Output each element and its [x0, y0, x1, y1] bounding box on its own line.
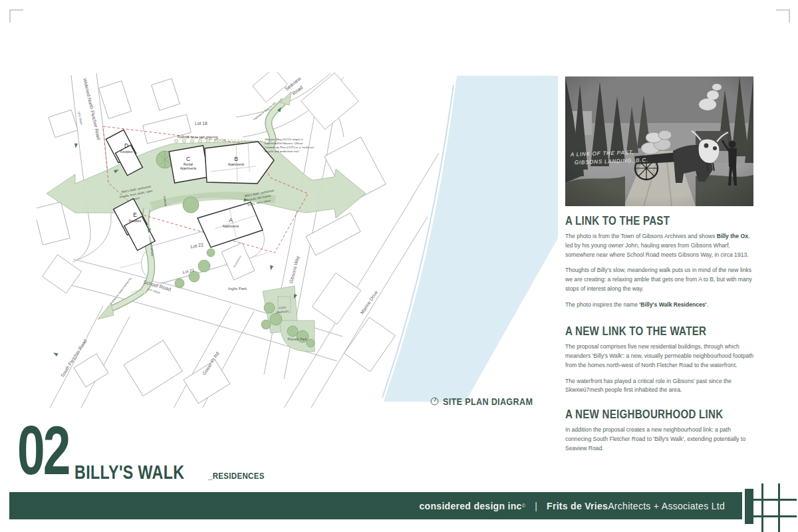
label-slope-10: 10% Slope: [77, 111, 84, 126]
paragraph: The waterfront has played a critical rol…: [565, 377, 756, 396]
paragraph: Thoughts of Billy's slow, meandering wal…: [565, 266, 756, 293]
heading-link-to-past: A LINK TO THE PAST: [565, 214, 670, 228]
label-lot18: Lot 18: [195, 121, 207, 126]
crop-mark-top-left: [9, 9, 23, 23]
heading-neighbourhood-link: A NEW NEIGHBOURHOOD LINK: [565, 408, 723, 422]
footer-copyright-mark: ©: [522, 503, 525, 508]
heading-link-to-water: A NEW LINK TO THE WATER: [565, 325, 706, 338]
label-building-c-sub2: Apartments: [180, 167, 197, 170]
historic-photo: A LINK OF THE PAST, GIBSONS LANDING, B.C…: [565, 76, 753, 206]
note-path-widening: Potential future path widening: [178, 136, 218, 139]
footer-studio: considered design inc: [420, 501, 522, 511]
paragraph: The photo is from the Town of Gibsons Ar…: [565, 232, 756, 259]
label-building-c: C: [186, 156, 190, 162]
paragraph-text: The proposal comprises five new resident…: [565, 343, 753, 368]
site-plan-caption-text: SITE PLAN DIAGRAM: [443, 396, 533, 407]
label-building-a-sub: Apartments: [223, 225, 239, 228]
label-marine-drive: Marine Drive: [359, 289, 379, 315]
paragraph-text: The photo inspires the name: [565, 301, 639, 308]
sheet-title-suffix: _RESIDENCES: [208, 471, 265, 481]
label-building-b-sub: Apartments: [228, 163, 245, 166]
label-building-b: B: [234, 156, 238, 162]
paragraph: The proposal comprises five new resident…: [565, 342, 756, 370]
label-building-a: A: [229, 217, 233, 223]
note-ocp-4: bicycle and pedestrian trail.": [265, 150, 301, 153]
paragraph-text: The waterfront has played a critical rol…: [565, 378, 732, 394]
paragraph: In addition the proposal creates a new n…: [565, 426, 756, 453]
footer-firm-name: Frits de Vries: [547, 501, 608, 511]
label-building-c-sub1: Rental: [184, 163, 193, 166]
label-widened-north-fletcher: Widened North Fletcher Road: [82, 77, 102, 140]
crop-mark-top-right: [776, 9, 790, 23]
note-ocp-2: envisioned in Gibsons' Official: [265, 142, 303, 145]
text-column: A LINK TO THE PAST The photo is from the…: [565, 214, 756, 460]
site-plan-caption: SITE PLAN DIAGRAM: [430, 396, 550, 407]
label-gibsons-way: Gibsons Way: [288, 255, 301, 284]
paragraph-text: In addition the proposal creates a new n…: [565, 426, 745, 452]
paragraph-bold: 'Billy's Walk Residences': [639, 301, 706, 308]
footer-firm-rest: Architects + Associates Ltd: [608, 501, 725, 511]
section-link-to-water: A NEW LINK TO THE WATER The proposal com…: [565, 325, 756, 395]
footer-bar: considered design inc© | Frits de Vries …: [9, 492, 742, 519]
paragraph-text: The photo is from the Town of Gibsons Ar…: [565, 233, 717, 239]
firm-grid-logo: [745, 483, 798, 532]
site-plan-map: Widened North Fletcher Road 10% Slope Se…: [37, 72, 562, 408]
footer-divider: |: [535, 501, 537, 511]
paragraph-text: .: [707, 301, 708, 308]
section-neighbourhood-link: A NEW NEIGHBOURHOOD LINK In addition the…: [565, 408, 756, 453]
label-building-d-sub: Fourplex: [120, 150, 133, 154]
water-area: [384, 76, 558, 402]
note-ocp-1: Gibsons Way (10.5% slope) is: [265, 138, 303, 141]
sheet-title-name: BILLY'S WALK: [74, 462, 184, 483]
paragraph-text: Thoughts of Billy's slow, meandering wal…: [565, 267, 752, 292]
paragraph: The photo inspires the name 'Billy's Wal…: [565, 301, 756, 310]
label-building-e: E: [133, 211, 137, 218]
note-ocp-3: Community Plan (OCP) as a "multi-use: [265, 146, 315, 149]
sheet-title: BILLY'S WALK_RESIDENCES: [74, 462, 274, 483]
section-link-to-past: A LINK TO THE PAST The photo is from the…: [565, 214, 756, 309]
paragraph-bold: Billy the Ox: [717, 233, 748, 239]
north-arrow-icon: [430, 397, 439, 406]
label-building-d: D: [124, 142, 128, 149]
sheet-number: 02: [17, 422, 69, 479]
label-inglis-park: Inglis Park: [228, 287, 247, 291]
label-pioneer-park: Pioneer Park: [288, 337, 307, 341]
label-building-e-sub: Fourplex: [129, 219, 142, 223]
